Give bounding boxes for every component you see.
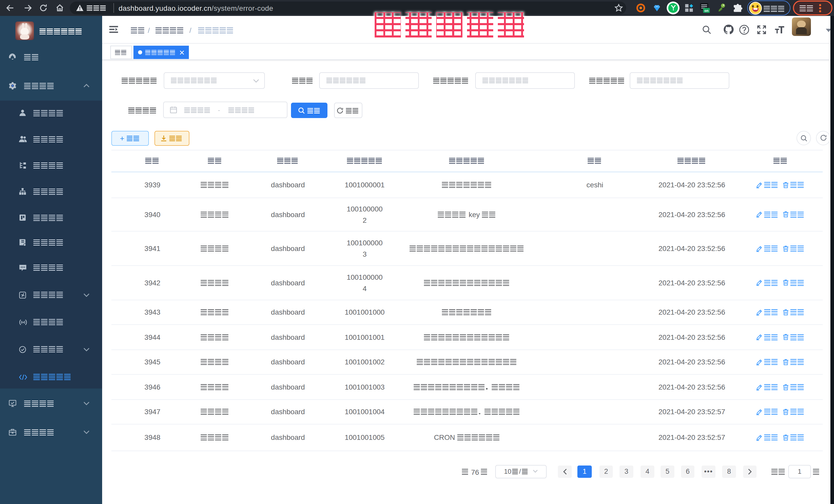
svg-text:on: on: [704, 9, 708, 13]
